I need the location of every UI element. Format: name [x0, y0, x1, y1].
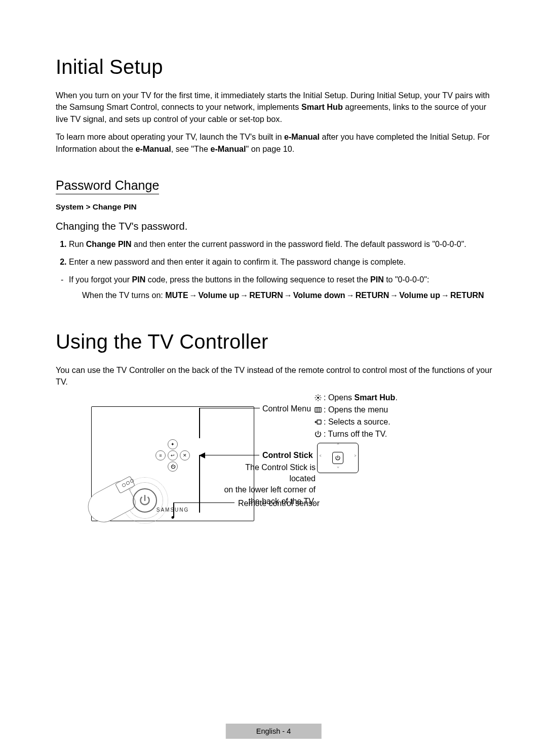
- text: " on page 10.: [246, 144, 295, 153]
- leader-line: [173, 502, 174, 518]
- arrow-icon: →: [345, 291, 356, 300]
- chevron-right-icon: ˃: [354, 454, 357, 462]
- initial-setup-p2: To learn more about operating your TV, l…: [56, 131, 494, 155]
- seq-item: Volume down: [293, 291, 345, 300]
- text: and then enter the current password in t…: [132, 240, 466, 248]
- label-control-stick: Control Stick: [262, 450, 313, 461]
- leader-line: [174, 502, 235, 503]
- seq-item: MUTE: [165, 291, 188, 300]
- label-remote-sensor: Remote control sensor: [238, 498, 320, 509]
- text: on the lower left corner of: [219, 484, 316, 495]
- legend-source: : Selects a source.: [314, 416, 390, 428]
- e-manual-bold: e-Manual: [284, 132, 320, 141]
- pin-reset-sequence: When the TV turns on: MUTE→Volume up→RET…: [69, 289, 494, 302]
- power-icon: [314, 430, 322, 438]
- leader-line: [199, 455, 200, 513]
- power-icon: [332, 452, 343, 464]
- page-footer: English - 4: [226, 724, 322, 739]
- tv-controller-diagram: ✦ ≡ ↩ ✕ ⏻ SAMSUNG Control: [56, 396, 491, 538]
- arrow-icon: →: [283, 291, 293, 300]
- text: : Turns off the TV.: [324, 430, 387, 438]
- seq-item: Volume up: [399, 291, 440, 300]
- leader-line: [199, 408, 200, 438]
- text: to "0-0-0-0":: [384, 275, 429, 284]
- initial-setup-p1: When you turn on your TV for the first t…: [56, 90, 494, 125]
- text: : Selects a source.: [324, 417, 390, 426]
- seq-item: Volume up: [199, 291, 240, 300]
- change-pin-bold: Change PIN: [86, 240, 132, 248]
- text: , see "The: [171, 144, 211, 153]
- menu-icon: [314, 406, 322, 414]
- label-control-menu: Control Menu: [262, 403, 311, 414]
- text: Run: [69, 240, 86, 248]
- legend-power: : Turns off the TV.: [314, 429, 387, 440]
- legend-menu: : Opens the menu: [314, 404, 388, 415]
- menu-icon: ≡: [155, 450, 166, 460]
- text: : Opens the menu: [324, 405, 388, 414]
- step-2: Enter a new password and then enter it a…: [69, 256, 494, 269]
- svg-point-0: [317, 397, 319, 399]
- svg-rect-1: [315, 408, 321, 412]
- seq-item: RETURN: [356, 291, 389, 300]
- text: code, press the buttons in the following…: [145, 275, 370, 284]
- pin-reset-note: If you forgot your PIN code, press the b…: [56, 274, 494, 302]
- heading-using-tv-controller: Using the TV Controller: [56, 330, 494, 353]
- e-manual-bold: e-Manual: [135, 144, 171, 153]
- manual-page: Initial Setup When you turn on your TV f…: [0, 0, 547, 756]
- hand-with-remote: [87, 477, 158, 533]
- heading-changing-tv-password: Changing the TV's password.: [56, 221, 494, 232]
- text: The Control Stick is located: [219, 462, 316, 485]
- heading-initial-setup: Initial Setup: [56, 56, 494, 78]
- leader-line: [199, 408, 260, 409]
- control-stick-box: ˄ ˂ ˃ ˅: [317, 443, 359, 473]
- e-manual-bold: e-Manual: [210, 144, 246, 153]
- step-1: Run Change PIN and then enter the curren…: [69, 238, 494, 251]
- arrow-icon: →: [440, 291, 450, 300]
- chevron-down-icon: ˅: [336, 466, 340, 474]
- arrow-icon: →: [188, 291, 199, 300]
- control-menu-icons: ✦ ≡ ↩ ✕ ⏻: [155, 438, 190, 472]
- controller-intro: You can use the TV Controller on the bac…: [56, 364, 494, 388]
- text: : Opens: [324, 393, 354, 402]
- pin-bold: PIN: [132, 275, 146, 284]
- text: .: [395, 393, 397, 402]
- arrow-icon: →: [239, 291, 249, 300]
- text: Smart Hub: [354, 393, 395, 402]
- arrow-icon: →: [389, 291, 399, 300]
- leader-arrow: [200, 455, 259, 456]
- seq-item: RETURN: [450, 291, 484, 300]
- power-icon: ⏻: [168, 461, 178, 472]
- password-steps: Run Change PIN and then enter the curren…: [56, 238, 494, 269]
- chevron-up-icon: ˄: [336, 442, 340, 450]
- menu-path: System > Change PIN: [56, 202, 494, 212]
- legend-smart-hub: : Opens Smart Hub.: [314, 392, 398, 403]
- source-icon: [314, 418, 322, 426]
- power-large-icon: [133, 488, 157, 513]
- heading-password-change: Password Change: [56, 178, 159, 194]
- text: To learn more about operating your TV, l…: [56, 132, 284, 141]
- text: When the TV turns on:: [82, 291, 165, 300]
- smart-hub-icon: [314, 394, 322, 402]
- text: If you forgot your: [69, 275, 132, 284]
- chevron-left-icon: ˂: [319, 454, 322, 462]
- source-icon: ↩: [168, 450, 178, 460]
- pin-bold: PIN: [370, 275, 384, 284]
- close-icon: ✕: [180, 450, 190, 460]
- seq-item: RETURN: [249, 291, 283, 300]
- smart-hub-bold: Smart Hub: [301, 102, 343, 111]
- svg-rect-4: [317, 420, 321, 424]
- smart-hub-icon: ✦: [168, 439, 178, 449]
